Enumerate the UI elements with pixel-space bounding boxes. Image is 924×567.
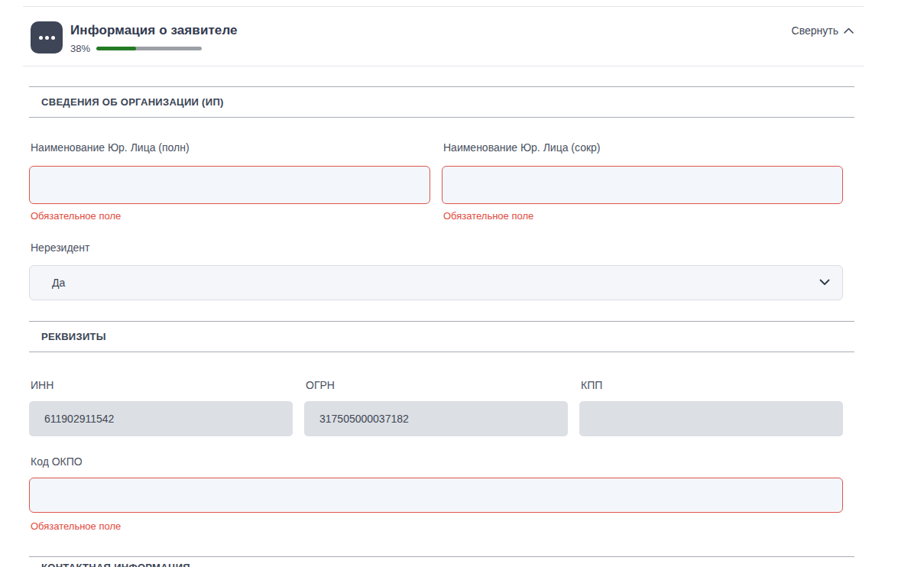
inn-input <box>29 401 293 436</box>
nonresident-select[interactable]: Да <box>29 265 843 300</box>
progress-row: 38% <box>70 43 202 54</box>
field-label: КПП <box>581 379 602 391</box>
field-error: Обязательное поле <box>31 520 121 532</box>
section-title: РЕКВИЗИТЫ <box>41 331 106 342</box>
field-ogrn: ОГРН <box>304 379 568 439</box>
field-label: ИНН <box>31 379 53 391</box>
field-full-name: Наименование Юр. Лица (полн) Обязательно… <box>29 141 430 227</box>
field-short-name: Наименование Юр. Лица (сокр) Обязательно… <box>442 141 843 227</box>
field-label: Нерезидент <box>31 241 90 254</box>
kpp-input <box>579 401 843 436</box>
ellipsis-dot <box>45 36 49 40</box>
applicant-info-accordion: Информация о заявителе 38% Свернуть <box>23 6 864 66</box>
ellipsis-dot <box>51 36 55 40</box>
progress-bar <box>96 47 202 50</box>
progress-percent: 38% <box>70 43 90 54</box>
section-title: КОНТАКТНАЯ ИНФОРМАЦИЯ <box>29 562 854 567</box>
field-label: Код ОКПО <box>31 455 83 468</box>
ogrn-input <box>304 401 568 436</box>
section-header-contact: КОНТАКТНАЯ ИНФОРМАЦИЯ <box>29 556 854 567</box>
field-nonresident: Нерезидент Да <box>29 241 843 303</box>
field-error: Обязательное поле <box>443 210 533 222</box>
section-header-organization: СВЕДЕНИЯ ОБ ОРГАНИЗАЦИИ (ИП) <box>29 86 854 118</box>
progress-fill <box>96 47 136 50</box>
ellipsis-icon <box>31 21 63 53</box>
field-inn: ИНН <box>29 379 293 439</box>
field-okpo: Код ОКПО Обязательное поле <box>29 455 843 539</box>
collapse-label: Свернуть <box>792 24 838 37</box>
applicant-form: СВЕДЕНИЯ ОБ ОРГАНИЗАЦИИ (ИП) Наименовани… <box>29 86 854 567</box>
field-label: ОГРН <box>306 379 335 391</box>
accordion-title: Информация о заявителе <box>70 23 238 38</box>
okpo-input[interactable] <box>29 478 843 513</box>
chevron-up-icon <box>843 27 854 34</box>
field-label: Наименование Юр. Лица (полн) <box>31 141 190 154</box>
collapse-button[interactable]: Свернуть <box>792 24 854 37</box>
selected-option: Да <box>52 277 65 289</box>
full-name-input[interactable] <box>29 166 430 204</box>
field-kpp: КПП <box>579 379 843 439</box>
chevron-down-icon <box>819 279 830 286</box>
field-error: Обязательное поле <box>31 210 121 222</box>
short-name-input[interactable] <box>442 166 843 204</box>
section-header-requisites: РЕКВИЗИТЫ <box>29 321 854 352</box>
ellipsis-dot <box>39 36 43 40</box>
field-label: Наименование Юр. Лица (сокр) <box>443 141 601 154</box>
section-title: СВЕДЕНИЯ ОБ ОРГАНИЗАЦИИ (ИП) <box>41 96 224 108</box>
